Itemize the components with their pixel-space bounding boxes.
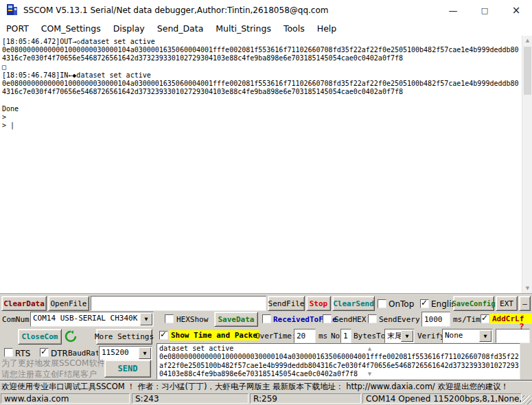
show-time-label: Show Time and Packe — [169, 330, 259, 340]
verify-extra-input[interactable] — [496, 329, 530, 343]
received-to-file-checkbox[interactable]: ✓ — [262, 314, 271, 323]
close-icon[interactable]: × — [500, 0, 532, 21]
open-file-button[interactable]: OpenFile — [48, 296, 89, 311]
verify-value: None — [445, 331, 463, 340]
send-every-label: SendEvery: — [379, 315, 424, 324]
overtime-input[interactable]: 20 — [294, 329, 316, 343]
scroll-up-icon[interactable]: ▲ — [365, 346, 374, 351]
clear-send-button[interactable]: ClearSend — [332, 296, 375, 311]
more-settings-button[interactable]: More Settings — [96, 329, 152, 345]
send-file-button[interactable]: SendFile — [268, 296, 305, 311]
status-sent-count: S:243 — [132, 393, 248, 404]
info-bar-text: 欢迎使用专业串口调试工具SSCOM ！ 作者：习小猛(丁丁)，大虾电子网版主 最… — [1, 382, 509, 392]
sscom-window: SSCOM V5.13.1 Serial/Net data debugger,A… — [0, 0, 532, 405]
promo-line-2: 请您注册嘉立创F结尾客户 — [1, 369, 97, 380]
rts-label: RTS — [15, 349, 30, 358]
send-button[interactable]: SEND — [104, 360, 151, 378]
baud-rate-value: 115200 — [102, 348, 129, 357]
title-bar: SSCOM V5.13.1 Serial/Net data debugger,A… — [0, 0, 532, 21]
chevron-down-icon[interactable]: ▼ — [140, 313, 152, 325]
check-icon: ✓ — [421, 298, 428, 308]
check-icon: ✓ — [481, 313, 488, 323]
menu-bar: PORT COM_Settings Display Send_Data Mult… — [0, 21, 532, 36]
bytes-to-select[interactable]: 末尾 ▼ — [384, 329, 415, 343]
scroll-down-icon[interactable]: ▼ — [522, 286, 532, 291]
clear-data-button[interactable]: ClearData — [1, 296, 47, 311]
scroll-up-icon[interactable]: ▲ — [522, 38, 532, 43]
baud-rate-select[interactable]: 115200 ▼ — [99, 346, 152, 360]
send-hex-checkbox[interactable]: ✓ — [323, 314, 332, 323]
status-com-state: COM14 Opened 115200bps,8,1,None,None — [362, 393, 522, 404]
english-checkbox[interactable]: ✓ — [420, 299, 429, 308]
chevron-down-icon[interactable]: ▼ — [401, 330, 413, 342]
menu-com-settings[interactable]: COM_Settings — [35, 23, 107, 34]
status-received-count: R:259 — [250, 393, 361, 404]
send-area-scrollbar[interactable]: ▲ ▼ — [365, 345, 374, 378]
terminal-scrollbar[interactable]: ▲ ▼ — [522, 36, 532, 293]
send-interval-input[interactable]: 1000 — [421, 312, 450, 327]
stop-button[interactable]: Stop — [306, 296, 331, 311]
baud-rate-label: BaudRat — [68, 349, 98, 358]
dtr-label: DTR — [51, 349, 68, 358]
resize-grip[interactable] — [522, 395, 531, 404]
add-crlf-checkbox[interactable]: ✓ — [481, 314, 489, 323]
send-every-checkbox[interactable]: ✓ — [368, 314, 377, 323]
hex-show-checkbox[interactable]: ✓ — [165, 314, 174, 323]
com-num-label: ComNum — [2, 315, 30, 324]
menu-port[interactable]: PORT — [0, 23, 35, 34]
send-hex-label: SendHEX — [334, 315, 366, 324]
overtime-label: OverTime: — [255, 332, 297, 340]
ms-label: ms — [319, 332, 327, 340]
add-crlf-label: AddCrLf — [490, 314, 532, 324]
chevron-down-icon[interactable]: ▼ — [479, 330, 491, 342]
save-data-button[interactable]: SaveData — [214, 312, 258, 327]
ext-button[interactable]: EXT — [496, 296, 518, 311]
scroll-down-icon[interactable]: ▼ — [365, 371, 374, 377]
bytes-to-label: BytesTo — [354, 332, 385, 340]
collapse-button[interactable]: — — [519, 296, 531, 311]
close-com-button[interactable]: CloseCom — [18, 329, 62, 345]
send-data-text: dataset set active 0e0800000000000100000… — [157, 344, 520, 379]
verify-select[interactable]: None ▼ — [442, 329, 493, 343]
status-bar: www.daxia.com S:243 R:259 COM14 Opened 1… — [0, 392, 532, 405]
menu-display[interactable]: Display — [107, 23, 151, 34]
rts-checkbox[interactable]: ✓ — [4, 348, 13, 357]
bytes-to-value: 末尾 — [387, 331, 402, 341]
menu-help[interactable]: Help — [311, 23, 343, 34]
menu-multi-strings[interactable]: Multi_Strings — [209, 23, 277, 34]
app-icon — [6, 4, 18, 16]
save-config-button[interactable]: SaveConfig — [453, 296, 494, 311]
bytes-count-input[interactable]: 1 — [340, 329, 351, 343]
file-path-input[interactable] — [91, 296, 266, 311]
chevron-down-icon[interactable]: ▼ — [139, 347, 151, 359]
hex-show-label: HEXShow — [176, 315, 208, 324]
status-website: www.daxia.com — [1, 393, 130, 404]
check-icon: ✓ — [41, 347, 47, 356]
menu-tools[interactable]: Tools — [277, 23, 311, 34]
no-label: No — [331, 332, 340, 340]
ms-tim-label: ms/Tim — [453, 315, 481, 324]
scrollbar-thumb[interactable] — [524, 47, 531, 95]
dtr-checkbox[interactable]: ✓ — [40, 348, 49, 357]
com-port-select[interactable]: COM14 USB-SERIAL CH340K ▼ — [30, 312, 154, 327]
terminal-text: [18:05:46.472]OUT→◇dataset set active 0e… — [0, 36, 522, 130]
check-icon: ✓ — [160, 329, 167, 339]
send-data-textarea[interactable]: dataset set active 0e0800000000000100000… — [157, 343, 520, 380]
show-time-checkbox[interactable]: ✓ — [159, 331, 168, 340]
maximize-icon[interactable]: □ — [469, 0, 500, 21]
refresh-ports-icon[interactable] — [65, 330, 77, 343]
info-bar: 欢迎使用专业串口调试工具SSCOM ！ 作者：习小猛(丁丁)，大虾电子网版主 最… — [0, 381, 532, 392]
window-title: SSCOM V5.13.1 Serial/Net data debugger,A… — [23, 5, 328, 15]
minimize-icon[interactable]: — — [437, 0, 469, 21]
terminal-output[interactable]: [18:05:46.472]OUT→◇dataset set active 0e… — [0, 36, 522, 293]
on-top-checkbox[interactable]: ✓ — [378, 299, 386, 308]
verify-label: Verify — [417, 332, 445, 340]
help-icon[interactable]: ? — [519, 321, 524, 332]
on-top-label: OnTop — [389, 299, 414, 309]
com-port-value: COM14 USB-SERIAL CH340K — [33, 314, 137, 323]
menu-send-data[interactable]: Send_Data — [151, 23, 210, 34]
promo-line-1: 为了更好地发展SSCOM软件 — [1, 358, 105, 369]
